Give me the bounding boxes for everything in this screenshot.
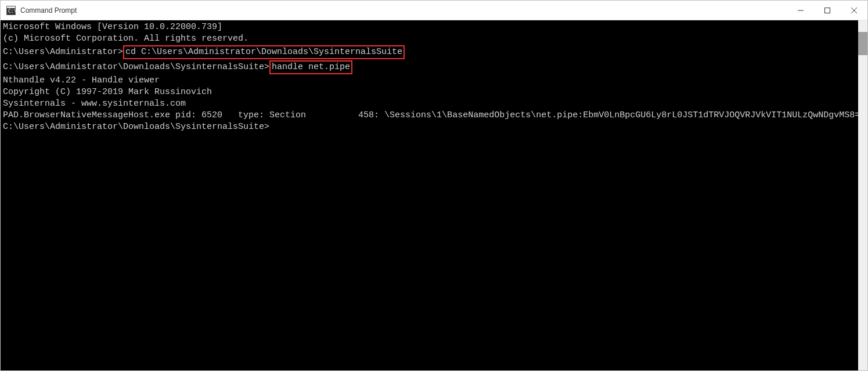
command-line-2: C:\Users\Administrator\Downloads\Sysinte… <box>3 60 856 75</box>
output-line: Sysinternals - www.sysinternals.com <box>3 98 856 110</box>
terminal-output[interactable]: Microsoft Windows [Version 10.0.22000.73… <box>1 20 858 370</box>
window-title: Command Prompt <box>20 6 787 15</box>
maximize-button[interactable] <box>814 1 841 20</box>
terminal-wrapper: Microsoft Windows [Version 10.0.22000.73… <box>1 20 867 370</box>
svg-rect-1 <box>7 6 15 8</box>
output-line: (c) Microsoft Corporation. All rights re… <box>3 33 856 45</box>
scrollbar-thumb[interactable] <box>858 32 867 55</box>
titlebar[interactable]: C:\ Command Prompt <box>1 1 867 20</box>
command-line-1: C:\Users\Administrator>cd C:\Users\Admin… <box>3 45 856 60</box>
output-line: Microsoft Windows [Version 10.0.22000.73… <box>3 21 856 33</box>
svg-text:C:\: C:\ <box>8 9 16 14</box>
close-button[interactable] <box>841 1 867 20</box>
highlighted-command-1: cd C:\Users\Administrator\Downloads\Sysi… <box>123 45 405 59</box>
cmd-icon: C:\ <box>6 6 16 15</box>
output-line: Copyright (C) 1997-2019 Mark Russinovich <box>3 87 856 98</box>
vertical-scrollbar[interactable] <box>858 20 867 370</box>
output-line: PAD.BrowserNativeMessageHost.exe pid: 65… <box>3 110 856 121</box>
output-line: Nthandle v4.22 - Handle viewer <box>3 75 856 87</box>
minimize-button[interactable] <box>787 1 814 20</box>
window-controls <box>787 1 867 20</box>
prompt-text: C:\Users\Administrator> <box>3 47 123 57</box>
command-prompt-window: C:\ Command Prompt Microsoft Windows [Ve… <box>0 0 868 371</box>
prompt-text: C:\Users\Administrator\Downloads\Sysinte… <box>3 62 269 72</box>
highlighted-command-2: handle net.pipe <box>269 60 352 74</box>
svg-rect-4 <box>825 8 830 13</box>
prompt-line: C:\Users\Administrator\Downloads\Sysinte… <box>3 121 856 133</box>
